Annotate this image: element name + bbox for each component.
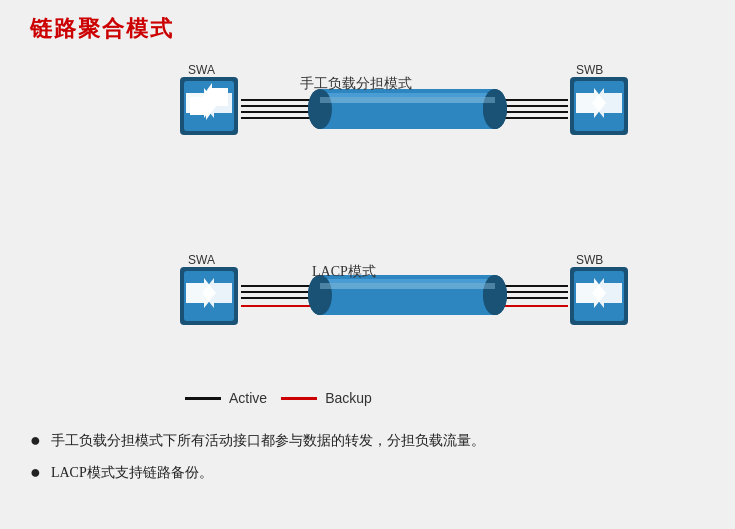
- svg-point-8: [308, 89, 332, 129]
- svg-point-15: [308, 275, 332, 315]
- bullet-1: ● 手工负载分担模式下所有活动接口都参与数据的转发，分担负载流量。: [30, 430, 720, 452]
- svg-point-19: [308, 275, 332, 315]
- svg-point-20: [483, 275, 507, 315]
- bullet-text-2: LACP模式支持链路备份。: [51, 462, 213, 483]
- svg-point-6: [483, 89, 507, 129]
- top-mode-label: 手工负载分担模式: [300, 75, 412, 93]
- active-line-icon: [185, 397, 221, 400]
- bullet-text-1: 手工负载分担模式下所有活动接口都参与数据的转发，分担负载流量。: [51, 430, 485, 451]
- svg-rect-10: [320, 97, 495, 103]
- swa-top-switch: [178, 75, 240, 137]
- svg-point-17: [483, 275, 507, 315]
- swb-bot-switch: [568, 265, 630, 327]
- svg-rect-5: [320, 89, 495, 129]
- bullet-dot-1: ●: [30, 430, 41, 452]
- page-title: 链路聚合模式: [30, 14, 174, 44]
- svg-point-9: [483, 89, 507, 129]
- bullet-2: ● LACP模式支持链路备份。: [30, 462, 720, 484]
- backup-line-icon: [281, 397, 317, 400]
- bullet-dot-2: ●: [30, 462, 41, 484]
- svg-rect-7: [320, 93, 495, 103]
- bot-mode-label: LACP模式: [312, 263, 376, 281]
- svg-rect-21: [320, 283, 495, 289]
- active-label: Active: [229, 390, 267, 406]
- bullets-section: ● 手工负载分担模式下所有活动接口都参与数据的转发，分担负载流量。 ● LACP…: [30, 430, 720, 493]
- svg-rect-16: [320, 275, 495, 315]
- swb-top-switch: [568, 75, 630, 137]
- legend: Active Backup: [185, 390, 386, 406]
- backup-label: Backup: [325, 390, 372, 406]
- swa-bot-switch: [178, 265, 240, 327]
- svg-point-4: [308, 89, 332, 129]
- diagram-area: SWA SWB 手工负载分担模式 SWA: [40, 55, 700, 425]
